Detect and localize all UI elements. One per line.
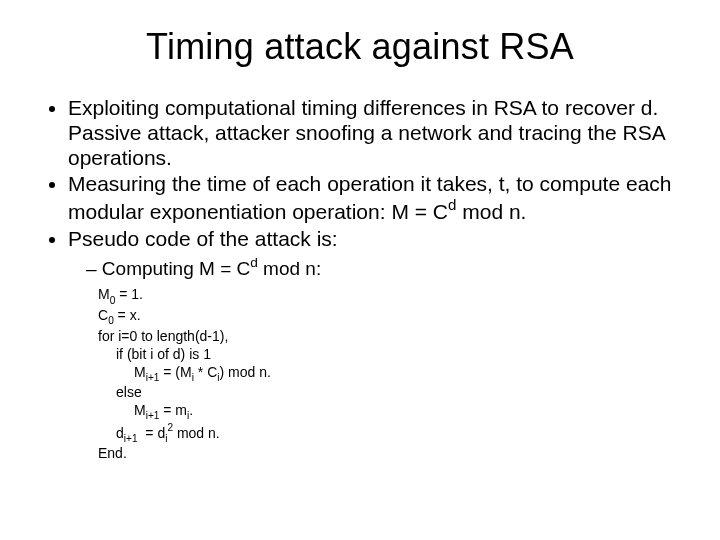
code-l8-b: = d <box>138 424 166 440</box>
bullet-2-text-a: Measuring the time of each operation it … <box>68 172 672 223</box>
bullet-2: Measuring the time of each operation it … <box>68 172 682 225</box>
code-line-8: di+1 = di2 mod n. <box>98 423 682 445</box>
code-l2-sub: 0 <box>108 315 114 326</box>
code-l8-sub1: i+1 <box>124 433 138 444</box>
sub-1: Computing M = Cd mod n: <box>86 256 682 281</box>
bullet-3-text: Pseudo code of the attack is: <box>68 227 338 250</box>
bullet-2-text-b: mod n. <box>456 200 526 223</box>
code-l5-sub1: i+1 <box>146 372 160 383</box>
sub-1-text-a: Computing M = C <box>102 258 250 279</box>
code-line-1: M0 = 1. <box>98 286 682 307</box>
code-l5-sub2: i <box>192 372 194 383</box>
code-l5-c: * C <box>194 364 217 380</box>
bullet-1: Exploiting computational timing differen… <box>68 96 682 170</box>
code-l2-a: C <box>98 307 108 323</box>
bullet-list: Exploiting computational timing differen… <box>38 96 682 280</box>
bullet-3: Pseudo code of the attack is: Computing … <box>68 227 682 281</box>
code-l1-sub: 0 <box>110 295 116 306</box>
code-l2-b: = x. <box>114 307 141 323</box>
code-l7-sub2: i <box>187 410 189 421</box>
code-l5-sub3: i <box>217 372 219 383</box>
slide: Timing attack against RSA Exploiting com… <box>0 0 720 540</box>
pseudocode-block: M0 = 1. C0 = x. for i=0 to length(d-1), … <box>98 286 682 463</box>
code-l8-c: mod n. <box>173 424 220 440</box>
code-l5-b: = (M <box>159 364 191 380</box>
code-line-2: C0 = x. <box>98 307 682 328</box>
code-line-6: else <box>98 384 682 402</box>
code-l8-sub2: i <box>165 433 167 444</box>
code-l1-a: M <box>98 286 110 302</box>
sub-list: Computing M = Cd mod n: <box>68 256 682 281</box>
sub-1-text-b: mod n: <box>258 258 321 279</box>
code-line-3: for i=0 to length(d-1), <box>98 328 682 346</box>
code-line-4: if (bit i of d) is 1 <box>98 346 682 364</box>
code-line-7: Mi+1 = mi. <box>98 402 682 423</box>
code-l8-sup: 2 <box>167 422 173 433</box>
bullet-2-exp: d <box>448 196 456 213</box>
code-line-9: End. <box>98 445 682 463</box>
code-line-5: Mi+1 = (Mi * Ci) mod n. <box>98 364 682 385</box>
code-l7-sub1: i+1 <box>146 410 160 421</box>
code-l7-b: = m <box>159 402 187 418</box>
sub-1-exp: d <box>250 255 258 270</box>
code-l8-a: d <box>116 424 124 440</box>
code-l1-b: = 1. <box>115 286 143 302</box>
code-l7-c: . <box>189 402 193 418</box>
slide-title: Timing attack against RSA <box>38 26 682 68</box>
code-l5-d: ) mod n. <box>220 364 271 380</box>
code-l7-a: M <box>134 402 146 418</box>
code-l5-a: M <box>134 364 146 380</box>
